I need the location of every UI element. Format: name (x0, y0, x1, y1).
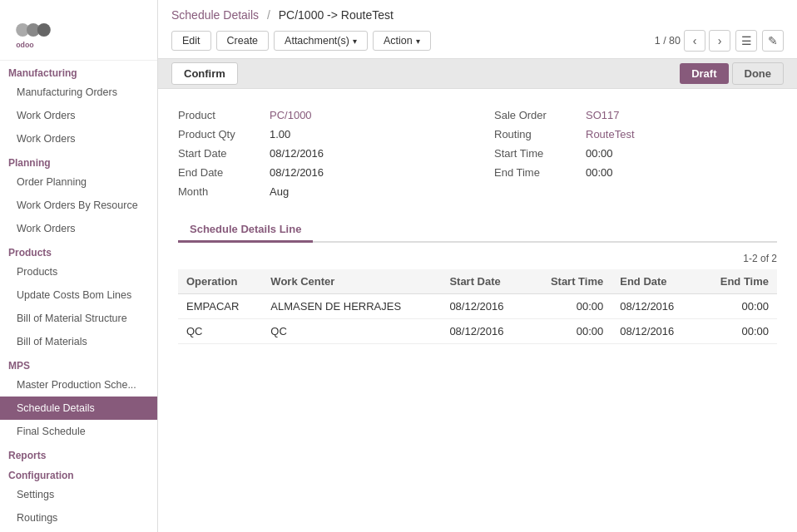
odoo-logo-icon: odoo (13, 10, 53, 50)
end-time-row: End Time 00:00 (494, 163, 777, 182)
sidebar-item-work-orders-by-resource[interactable]: Work Orders By Resource (0, 194, 157, 217)
content-area: Product PC/1000 Product Qty 1.00 Start D… (158, 89, 797, 532)
action-label: Action (384, 35, 413, 47)
cell-work-center: ALMASEN DE HERRAJES (262, 294, 441, 319)
col-operation: Operation (178, 269, 262, 294)
odoo-logo: odoo (13, 10, 144, 50)
table-row[interactable]: QC QC 08/12/2016 00:00 08/12/2016 00:00 (178, 319, 777, 344)
breadcrumb-parent[interactable]: Schedule Details (171, 8, 259, 22)
product-label: Product (178, 109, 261, 121)
sidebar-item-update-costs-bom-lines[interactable]: Update Costs Bom Lines (0, 283, 157, 307)
product-link[interactable]: PC/1000 (270, 109, 312, 121)
pagination-text: 1 / 80 (655, 35, 681, 47)
col-start-time: Start Time (527, 269, 611, 294)
end-time-value: 00:00 (586, 166, 613, 179)
sidebar-section-products: Products (0, 240, 157, 260)
done-status-badge: Done (732, 62, 785, 85)
month-label: Month (178, 185, 261, 198)
sidebar-item-settings[interactable]: Settings (0, 483, 157, 506)
routing-link[interactable]: RouteTest (586, 128, 635, 140)
sidebar-item-work-orders-3[interactable]: Work Orders (0, 217, 157, 240)
cell-operation: QC (178, 319, 262, 344)
sidebar-item-bill-of-materials[interactable]: Bill of Materials (0, 330, 157, 353)
sidebar-item-products-1[interactable]: Products (0, 260, 157, 283)
start-time-value: 00:00 (586, 147, 613, 160)
product-qty-label: Product Qty (178, 128, 261, 140)
sale-order-row: Sale Order SO117 (494, 106, 777, 125)
end-date-row: End Date 08/12/2016 (178, 163, 461, 182)
product-qty-value: 1.00 (270, 128, 290, 140)
cell-start-date: 08/12/2016 (441, 294, 527, 319)
sidebar-section-configuration: Configuration (0, 463, 157, 483)
sidebar: odoo Manufacturing Manufacturing Orders … (0, 0, 158, 532)
cell-operation: EMPACAR (178, 294, 262, 319)
start-time-row: Start Time 00:00 (494, 144, 777, 163)
tabs-row: Schedule Details Line (178, 218, 777, 243)
month-value: Aug (270, 185, 289, 198)
attachments-caret-icon: ▾ (353, 37, 357, 46)
start-date-row: Start Date 08/12/2016 (178, 144, 461, 163)
cell-end-date: 08/12/2016 (611, 319, 697, 344)
sidebar-item-schedule-details[interactable]: Schedule Details (0, 397, 157, 420)
cell-work-center: QC (262, 319, 441, 344)
table-header-row: Operation Work Center Start Date Start T… (178, 269, 777, 294)
month-row: Month Aug (178, 182, 461, 201)
draft-status-badge: Draft (680, 63, 728, 84)
main-content: Schedule Details / PC/1000 -> RouteTest … (158, 0, 797, 532)
schedule-details-table: Operation Work Center Start Date Start T… (178, 269, 777, 344)
cell-start-time: 00:00 (527, 319, 611, 344)
sale-order-link[interactable]: SO117 (586, 109, 619, 121)
cell-end-time: 00:00 (698, 294, 777, 319)
sidebar-item-master-production-schedule[interactable]: Master Production Sche... (0, 373, 157, 397)
col-end-date: End Date (611, 269, 697, 294)
form-right-column: Sale Order SO117 Routing RouteTest Start… (494, 106, 777, 201)
col-end-time: End Time (698, 269, 777, 294)
end-date-value: 08/12/2016 (270, 166, 324, 179)
sidebar-item-manufacturing-orders[interactable]: Manufacturing Orders (0, 81, 157, 104)
attachments-button[interactable]: Attachment(s) ▾ (274, 31, 368, 51)
product-qty-row: Product Qty 1.00 (178, 125, 461, 144)
routing-value: RouteTest (586, 128, 635, 140)
sidebar-item-final-schedule[interactable]: Final Schedule (0, 420, 157, 443)
tab-schedule-details-line[interactable]: Schedule Details Line (178, 218, 313, 243)
action-button[interactable]: Action ▾ (373, 31, 431, 51)
attachments-label: Attachment(s) (285, 35, 349, 47)
sale-order-value: SO117 (586, 109, 619, 121)
cell-start-time: 00:00 (527, 294, 611, 319)
sidebar-item-order-planning[interactable]: Order Planning (0, 170, 157, 194)
product-value: PC/1000 (270, 109, 312, 121)
col-work-center: Work Center (262, 269, 441, 294)
routing-label: Routing (494, 128, 577, 140)
end-time-label: End Time (494, 166, 577, 179)
pagination-next-button[interactable]: › (709, 30, 730, 52)
table-row[interactable]: EMPACAR ALMASEN DE HERRAJES 08/12/2016 0… (178, 294, 777, 319)
pagination-prev-button[interactable]: ‹ (684, 30, 705, 52)
cell-end-time: 00:00 (698, 319, 777, 344)
product-row: Product PC/1000 (178, 106, 461, 125)
breadcrumb: Schedule Details / PC/1000 -> RouteTest (158, 0, 797, 27)
svg-point-2 (37, 23, 51, 37)
start-time-label: Start Time (494, 147, 577, 160)
cell-start-date: 08/12/2016 (441, 319, 527, 344)
start-date-label: Start Date (178, 147, 261, 160)
sidebar-section-manufacturing: Manufacturing (0, 61, 157, 81)
sidebar-item-routings[interactable]: Routings (0, 506, 157, 530)
edit-button[interactable]: Edit (171, 31, 211, 51)
sidebar-item-bill-of-material-structure[interactable]: Bill of Material Structure (0, 307, 157, 330)
pagination: 1 / 80 ‹ › ☰ ✎ (655, 30, 784, 52)
action-caret-icon: ▾ (416, 37, 420, 46)
col-start-date: Start Date (441, 269, 527, 294)
top-bar: Schedule Details / PC/1000 -> RouteTest … (158, 0, 797, 59)
sidebar-item-work-orders-2[interactable]: Work Orders (0, 127, 157, 150)
sidebar-item-work-orders-1[interactable]: Work Orders (0, 104, 157, 127)
breadcrumb-current: PC/1000 -> RouteTest (279, 8, 394, 22)
breadcrumb-separator: / (267, 8, 270, 22)
list-view-button[interactable]: ☰ (735, 30, 757, 52)
create-button[interactable]: Create (216, 31, 270, 51)
cell-end-date: 08/12/2016 (611, 294, 697, 319)
routing-row: Routing RouteTest (494, 125, 777, 144)
confirm-button[interactable]: Confirm (171, 62, 238, 85)
toolbar: Edit Create Attachment(s) ▾ Action ▾ 1 /… (158, 27, 797, 58)
edit-view-button[interactable]: ✎ (762, 30, 784, 52)
status-bar: Confirm Draft Done (158, 59, 797, 89)
